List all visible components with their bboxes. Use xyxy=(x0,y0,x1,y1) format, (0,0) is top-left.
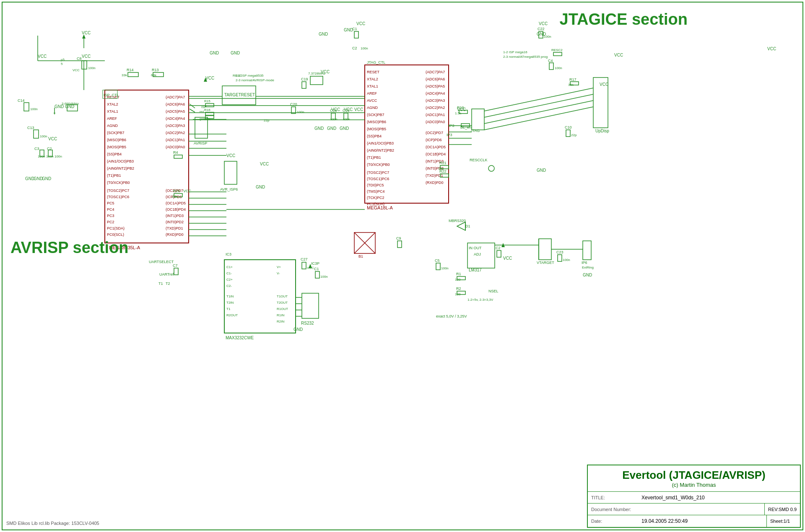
doc-number-value xyxy=(638,504,764,515)
svg-text:C1-: C1- xyxy=(226,271,232,275)
svg-text:GND: GND xyxy=(537,168,546,173)
svg-text:120: 120 xyxy=(455,292,461,296)
svg-text:C23: C23 xyxy=(556,250,564,254)
svg-text:GND: GND xyxy=(319,32,328,36)
svg-text:100n: 100n xyxy=(320,275,328,279)
svg-text:VCC: VCC xyxy=(82,54,91,59)
svg-text:33k: 33k xyxy=(122,73,127,77)
title-row-title: TITLE: Xevertool_smd1_W0ds_210 xyxy=(588,492,800,504)
svg-text:IN  OUT: IN OUT xyxy=(469,246,482,250)
svg-text:(ADC0)PA0: (ADC0)PA0 xyxy=(426,120,445,124)
title-block-header: Evertool (JTAGICE/AVRISP) (c) Martin Tho… xyxy=(588,465,800,492)
svg-text:GND: GND xyxy=(340,126,349,131)
svg-text:(RXD)PD0: (RXD)PD0 xyxy=(426,181,444,185)
svg-text:5: 5 xyxy=(61,62,63,66)
svg-text:(TOSC1)PC6: (TOSC1)PC6 xyxy=(107,195,129,199)
svg-text:VCC: VCC xyxy=(183,189,192,193)
svg-text:(ADC5)PA5: (ADC5)PA5 xyxy=(166,109,185,114)
svg-text:(MISO)PB6: (MISO)PB6 xyxy=(367,120,386,124)
svg-text:(AIN1/OC0)PB3: (AIN1/OC0)PB3 xyxy=(367,141,394,145)
svg-text:UARTref: UARTref xyxy=(159,272,174,276)
svg-text:(MOSI)PB5: (MOSI)PB5 xyxy=(367,127,386,131)
svg-text:GND: GND xyxy=(231,51,240,55)
svg-text:(SCK)PB7: (SCK)PB7 xyxy=(367,113,384,117)
svg-text:MAX3232CWE: MAX3232CWE xyxy=(226,336,254,340)
svg-text:GND: GND xyxy=(42,176,51,181)
svg-text:100n: 100n xyxy=(544,35,551,39)
svg-text:UARTSELECT: UARTSELECT xyxy=(149,260,174,264)
svg-text:(ADC3)PA3: (ADC3)PA3 xyxy=(426,98,445,103)
svg-text:PC2: PC2 xyxy=(107,220,114,224)
svg-text:R20: R20 xyxy=(173,189,180,193)
svg-text:36k: 36k xyxy=(568,83,574,87)
svg-text:C15: C15 xyxy=(343,108,350,113)
svg-text:C9: C9 xyxy=(396,236,401,240)
svg-text:(T0/XCK)PB0: (T0/XCK)PB0 xyxy=(107,181,130,185)
svg-text:VCC: VCC xyxy=(600,82,608,87)
svg-text:T2: T2 xyxy=(166,281,170,286)
svg-text:IP6: IP6 xyxy=(582,261,587,265)
svg-text:100n 100n 100n: 100n 100n 100n xyxy=(38,155,62,158)
title-main: Evertool (JTAGICE/AVRISP) xyxy=(594,469,794,482)
svg-text:(ADC2)PA2: (ADC2)PA2 xyxy=(166,131,185,135)
svg-text:AVCC: AVCC xyxy=(367,98,377,103)
svg-text:(SS)PB4: (SS)PB4 xyxy=(107,152,122,156)
svg-text:VCC: VCC xyxy=(48,137,57,141)
svg-text:LM317: LM317 xyxy=(469,268,482,272)
svg-text:C13: C13 xyxy=(27,126,34,130)
svg-text:GND: GND xyxy=(25,176,34,181)
svg-text:JTAG_CTL: JTAG_CTL xyxy=(367,60,385,65)
title-row-docnum: Document Number: REV: SMD 0.9 xyxy=(588,504,800,515)
svg-text:R1OUT: R1OUT xyxy=(277,307,288,311)
svg-text:R2: R2 xyxy=(456,287,461,291)
svg-text:VCC: VCC xyxy=(503,256,512,261)
jtagice-section-label: JTAGICE section xyxy=(560,10,688,28)
svg-text:C19: C19 xyxy=(301,77,308,81)
svg-text:T1: T1 xyxy=(158,281,163,286)
svg-text:AGND: AGND xyxy=(367,106,378,110)
svg-text:(T1)PB1: (T1)PB1 xyxy=(107,173,121,178)
svg-text:100n: 100n xyxy=(343,117,350,121)
svg-text:R14: R14 xyxy=(127,68,134,72)
svg-text:100n: 100n xyxy=(30,107,38,111)
title-row-date: Date: 19.04.2005 22:50:49 Sheet: 1/1 xyxy=(588,515,800,527)
svg-text:C2+: C2+ xyxy=(226,278,233,281)
svg-text:R1: R1 xyxy=(456,272,461,276)
svg-text:VTARGET: VTARGET xyxy=(537,261,554,265)
svg-text:(ADC3)PA3: (ADC3)PA3 xyxy=(166,124,185,128)
svg-text:C22: C22 xyxy=(538,27,545,31)
svg-text:(ADC6)PA6: (ADC6)PA6 xyxy=(426,77,445,81)
svg-text:T1IN: T1IN xyxy=(226,294,234,298)
svg-text:GND: GND xyxy=(344,28,353,32)
svg-text:10k: 10k xyxy=(172,195,178,199)
svg-text:IP3: IP3 xyxy=(447,133,452,137)
svg-text:p5: p5 xyxy=(61,58,65,62)
svg-text:PC1(SDA): PC1(SDA) xyxy=(107,226,125,230)
svg-text:R21: R21 xyxy=(439,161,447,165)
svg-text:7.3728MHz: 7.3728MHz xyxy=(308,72,325,75)
bottom-left-text: SMD Elikos Lib rcl.lib Package: 153CLV-0… xyxy=(6,521,99,526)
svg-text:(TXD)PD1: (TXD)PD1 xyxy=(166,226,183,230)
svg-text:100n: 100n xyxy=(441,266,449,270)
svg-text:D1: D1 xyxy=(465,224,470,228)
svg-text:T1OUT: T1OUT xyxy=(277,294,288,298)
svg-text:C4: C4 xyxy=(548,59,553,63)
svg-text:(TOSC2)PC7: (TOSC2)PC7 xyxy=(367,170,389,175)
svg-text:C2: C2 xyxy=(47,147,52,151)
svg-text:JTAG: JTAG xyxy=(470,129,480,133)
svg-text:GND: GND xyxy=(583,273,592,277)
svg-rect-0 xyxy=(0,0,805,532)
rev-label: REV: SMD 0.9 xyxy=(764,504,800,515)
date-value: 19.04.2005 22:50:49 xyxy=(638,515,766,527)
svg-text:ExtRing: ExtRing xyxy=(582,266,594,269)
svg-text:(OC1A)PD5: (OC1A)PD5 xyxy=(166,201,186,205)
sheet-label: Sheet: 1/1 xyxy=(766,515,800,527)
svg-text:C2: C2 xyxy=(352,46,357,50)
svg-text:VCC: VCC xyxy=(82,31,91,35)
svg-text:(AIN1/OC0)PB3: (AIN1/OC0)PB3 xyxy=(107,159,134,163)
svg-text:RESET: RESET xyxy=(367,70,380,74)
svg-text:(ADC1)PA1: (ADC1)PA1 xyxy=(426,113,445,117)
svg-text:GND: GND xyxy=(327,126,336,131)
svg-text:C7: C7 xyxy=(173,263,178,268)
svg-text:100n: 100n xyxy=(361,46,368,50)
